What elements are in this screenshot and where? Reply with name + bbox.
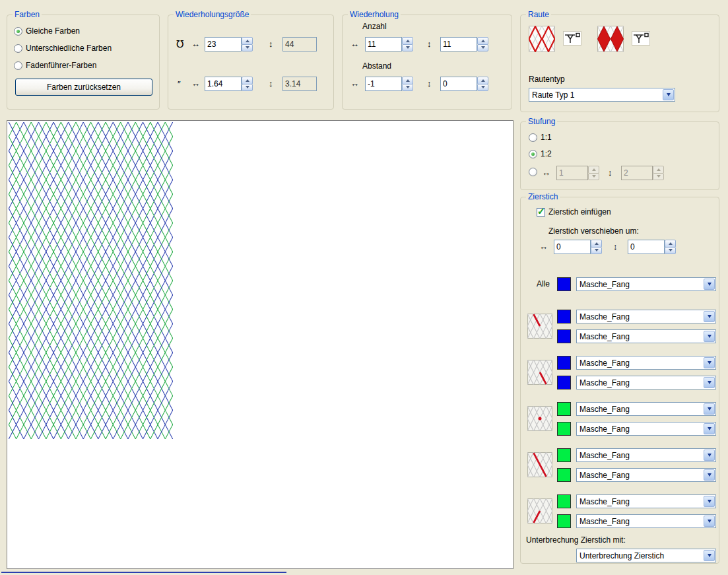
repeat-width-spinner[interactable] — [242, 37, 253, 51]
repeat-width-inches-input[interactable] — [205, 77, 242, 91]
chevron-down-icon[interactable] — [704, 357, 715, 368]
color-swatch[interactable] — [557, 468, 571, 482]
radio-icon[interactable] — [14, 61, 22, 70]
alle-stitch-select[interactable]: Masche_Fang — [576, 277, 716, 291]
zierstich-shift-v-input[interactable] — [628, 240, 665, 254]
color-swatch[interactable] — [557, 310, 571, 323]
radio-stufung-custom[interactable] — [529, 167, 537, 176]
abstand-v-spinner[interactable] — [477, 77, 488, 91]
checkbox-icon[interactable] — [537, 208, 545, 217]
radio-icon[interactable] — [529, 150, 537, 158]
zierstich-stitch-select[interactable]: Masche_Fang — [576, 514, 716, 528]
zierstich-einfuegen-checkbox[interactable]: Zierstich einfügen — [537, 207, 611, 217]
chevron-down-icon[interactable] — [704, 550, 715, 561]
chevron-down-icon[interactable] — [704, 331, 715, 342]
radio-fadenfuehrer-farben[interactable]: Fadenführer-Farben — [14, 61, 96, 70]
needle-selection-icon[interactable] — [563, 31, 581, 46]
zierstich-stitch-select[interactable]: Masche_Fang — [576, 356, 716, 370]
zierstich-row-icon — [527, 406, 552, 431]
repeat-width-stitches-input[interactable] — [205, 37, 242, 51]
radio-icon[interactable] — [529, 168, 537, 176]
spin-down-button[interactable] — [242, 84, 253, 92]
color-swatch[interactable] — [557, 422, 571, 436]
color-swatch[interactable] — [557, 514, 571, 528]
zierstich-stitch-select[interactable]: Masche_Fang — [576, 310, 716, 323]
abstand-h-spinner[interactable] — [402, 77, 413, 91]
spin-down-button[interactable] — [477, 44, 488, 52]
raute-outline-icon[interactable] — [529, 26, 555, 52]
chevron-down-icon[interactable] — [704, 496, 715, 507]
zierstich-shift-h-spinner[interactable] — [591, 240, 602, 254]
combo-value: Unterbrechung Zierstich — [577, 551, 703, 560]
radio-unterschiedliche-farben[interactable]: Unterschiedliche Farben — [14, 44, 112, 53]
radio-gleiche-farben[interactable]: Gleiche Farben — [14, 26, 80, 36]
v-arrow-icon: ↕ — [608, 168, 612, 178]
anzahl-h-input[interactable] — [365, 37, 402, 51]
spin-down-button[interactable] — [402, 84, 413, 92]
h-arrow-icon: ↔ — [191, 79, 200, 88]
chevron-down-icon[interactable] — [704, 403, 715, 415]
rautentyp-select[interactable]: Raute Typ 1 — [529, 88, 675, 102]
spin-up-button[interactable] — [591, 240, 602, 248]
chevron-down-icon[interactable] — [704, 377, 715, 388]
spin-down-button[interactable] — [665, 247, 676, 255]
color-swatch[interactable] — [557, 448, 571, 462]
zierstich-stitch-select[interactable]: Masche_Fang — [576, 329, 716, 343]
chevron-down-icon[interactable] — [704, 469, 715, 481]
zierstich-stitch-select[interactable]: Masche_Fang — [576, 494, 716, 508]
farben-group-title: Farben — [13, 10, 42, 19]
spin-up-button[interactable] — [242, 77, 253, 85]
farben-group: Farben Gleiche Farben Unterschiedliche F… — [7, 15, 160, 110]
spin-up-button[interactable] — [402, 77, 413, 85]
spin-up-button[interactable] — [477, 37, 488, 45]
radio-stufung-1-2[interactable]: 1:2 — [529, 149, 552, 158]
unterbrechung-select[interactable]: Unterbrechung Zierstich — [576, 549, 716, 562]
zierstich-stitch-select[interactable]: Masche_Fang — [576, 376, 716, 389]
spin-down-button[interactable] — [402, 44, 413, 52]
repeat-width-inches-spinner[interactable] — [242, 77, 253, 91]
chevron-down-icon[interactable] — [663, 89, 674, 100]
chevron-down-icon[interactable] — [704, 516, 715, 527]
color-swatch[interactable] — [557, 494, 571, 508]
pattern-canvas[interactable] — [7, 120, 513, 569]
combo-value: Masche_Fang — [577, 378, 703, 388]
anzahl-v-spinner[interactable] — [477, 37, 488, 51]
h-arrow-icon: ↔ — [539, 242, 548, 252]
zierstich-stitch-select[interactable]: Masche_Fang — [576, 448, 716, 462]
radio-icon[interactable] — [14, 27, 22, 36]
zierstich-stitch-select[interactable]: Masche_Fang — [576, 422, 716, 436]
spin-down-button[interactable] — [591, 247, 602, 255]
chevron-down-icon[interactable] — [704, 450, 715, 461]
spin-up-button — [653, 166, 664, 174]
color-swatch[interactable] — [557, 402, 571, 416]
abstand-h-input[interactable] — [365, 77, 402, 91]
color-swatch[interactable] — [557, 356, 571, 370]
needle-selection-icon[interactable] — [632, 31, 650, 46]
radio-stufung-1-1[interactable]: 1:1 — [529, 133, 552, 142]
chevron-down-icon[interactable] — [704, 423, 715, 434]
raute-filled-icon[interactable] — [597, 26, 624, 52]
spin-up-button[interactable] — [665, 240, 676, 248]
zierstich-shift-h-input[interactable] — [554, 240, 591, 254]
zierstich-stitch-select[interactable]: Masche_Fang — [576, 468, 716, 482]
chevron-down-icon[interactable] — [704, 311, 715, 322]
spin-down-button[interactable] — [242, 44, 253, 52]
zierstich-stitch-select[interactable]: Masche_Fang — [576, 402, 716, 416]
h-arrow-icon: ↔ — [350, 40, 359, 49]
spin-up-button[interactable] — [402, 37, 413, 45]
spin-up-button[interactable] — [242, 37, 253, 45]
radio-icon[interactable] — [529, 133, 537, 142]
farben-zuruecksetzen-button[interactable]: Farben zurücksetzen — [15, 79, 152, 96]
color-swatch[interactable] — [557, 376, 571, 389]
anzahl-v-input[interactable] — [440, 37, 477, 51]
chevron-down-icon[interactable] — [704, 279, 715, 290]
radio-icon[interactable] — [14, 44, 22, 53]
spin-up-button[interactable] — [477, 77, 488, 85]
color-swatch[interactable] — [557, 277, 571, 291]
spin-down-button[interactable] — [477, 84, 488, 92]
spin-down-button — [653, 173, 664, 181]
zierstich-shift-v-spinner[interactable] — [665, 240, 676, 254]
abstand-v-input[interactable] — [440, 77, 477, 91]
anzahl-h-spinner[interactable] — [402, 37, 413, 51]
color-swatch[interactable] — [557, 329, 571, 343]
